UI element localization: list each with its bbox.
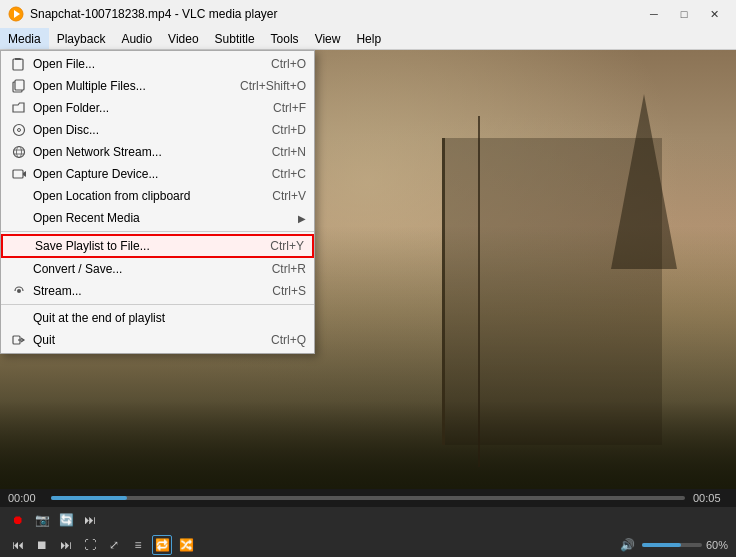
window-controls: ─ □ ✕	[640, 3, 728, 25]
close-button[interactable]: ✕	[700, 3, 728, 25]
open-disc-icon	[9, 123, 29, 137]
controls-row2: ⏮ ⏹ ⏭ ⛶ ⤢ ≡ 🔁 🔀 🔊 60%	[0, 533, 736, 557]
record-button[interactable]: ⏺	[8, 510, 28, 530]
loop-button[interactable]: 🔁	[152, 535, 172, 555]
svg-point-8	[17, 147, 22, 158]
volume-controls: 🔊 60%	[618, 535, 728, 555]
menu-item-save-playlist[interactable]: Save Playlist to File... Ctrl+Y	[1, 234, 314, 258]
svg-point-5	[14, 125, 25, 136]
menu-bar: Media Playback Audio Video Subtitle Tool…	[0, 28, 736, 50]
menu-item-open-file[interactable]: Open File... Ctrl+O	[1, 53, 314, 75]
open-file-icon	[9, 57, 29, 71]
quit-icon	[9, 333, 29, 347]
open-folder-shortcut: Ctrl+F	[273, 101, 306, 115]
stream-icon	[9, 284, 29, 298]
mute-button[interactable]: 🔊	[618, 535, 638, 555]
menu-view[interactable]: View	[307, 28, 349, 49]
open-file-shortcut: Ctrl+O	[271, 57, 306, 71]
separator-1	[1, 231, 314, 232]
progress-fill	[51, 496, 127, 500]
open-recent-arrow: ▶	[298, 213, 306, 224]
maximize-button[interactable]: □	[670, 3, 698, 25]
quit-playlist-label: Quit at the end of playlist	[33, 311, 286, 325]
media-dropdown-menu: Open File... Ctrl+O Open Multiple Files.…	[0, 50, 315, 354]
title-bar: Snapchat-100718238.mp4 - VLC media playe…	[0, 0, 736, 28]
progress-bar[interactable]	[51, 496, 685, 500]
menu-item-quit-playlist[interactable]: Quit at the end of playlist	[1, 307, 314, 329]
svg-point-6	[18, 129, 21, 132]
separator-2	[1, 304, 314, 305]
open-network-label: Open Network Stream...	[33, 145, 252, 159]
open-clipboard-label: Open Location from clipboard	[33, 189, 252, 203]
volume-label: 60%	[706, 539, 728, 551]
time-current: 00:00	[8, 492, 43, 504]
menu-item-open-disc[interactable]: Open Disc... Ctrl+D	[1, 119, 314, 141]
open-clipboard-shortcut: Ctrl+V	[272, 189, 306, 203]
convert-save-shortcut: Ctrl+R	[272, 262, 306, 276]
frame-advance-button[interactable]: ⏭	[80, 510, 100, 530]
menu-item-open-network[interactable]: Open Network Stream... Ctrl+N	[1, 141, 314, 163]
minimize-button[interactable]: ─	[640, 3, 668, 25]
open-folder-icon	[9, 101, 29, 115]
open-network-shortcut: Ctrl+N	[272, 145, 306, 159]
fullscreen-button[interactable]: ⛶	[80, 535, 100, 555]
open-capture-icon	[9, 167, 29, 181]
svg-rect-4	[15, 80, 24, 90]
prev-button[interactable]: ⏮	[8, 535, 28, 555]
volume-slider[interactable]	[642, 543, 702, 547]
save-playlist-shortcut: Ctrl+Y	[270, 239, 304, 253]
playback-controls: ⏮ ⏹ ⏭ ⛶ ⤢ ≡ 🔁 🔀	[8, 535, 196, 555]
next-button[interactable]: ⏭	[56, 535, 76, 555]
menu-media[interactable]: Media	[0, 28, 49, 49]
snapshot-button[interactable]: 📷	[32, 510, 52, 530]
svg-point-7	[14, 147, 25, 158]
pole-decoration	[478, 116, 480, 467]
menu-item-open-folder[interactable]: Open Folder... Ctrl+F	[1, 97, 314, 119]
open-recent-label: Open Recent Media	[33, 211, 278, 225]
open-capture-label: Open Capture Device...	[33, 167, 252, 181]
menu-audio[interactable]: Audio	[113, 28, 160, 49]
playlist-button[interactable]: ≡	[128, 535, 148, 555]
open-disc-label: Open Disc...	[33, 123, 252, 137]
random-button[interactable]: 🔀	[176, 535, 196, 555]
menu-item-open-recent[interactable]: Open Recent Media ▶	[1, 207, 314, 229]
menu-subtitle[interactable]: Subtitle	[207, 28, 263, 49]
menu-tools[interactable]: Tools	[263, 28, 307, 49]
svg-point-12	[17, 289, 21, 293]
menu-item-open-clipboard[interactable]: Open Location from clipboard Ctrl+V	[1, 185, 314, 207]
open-multiple-icon	[9, 79, 29, 93]
menu-item-stream[interactable]: Stream... Ctrl+S	[1, 280, 314, 302]
menu-video[interactable]: Video	[160, 28, 206, 49]
save-playlist-label: Save Playlist to File...	[35, 239, 250, 253]
main-area: Open File... Ctrl+O Open Multiple Files.…	[0, 50, 736, 489]
menu-item-convert-save[interactable]: Convert / Save... Ctrl+R	[1, 258, 314, 280]
svg-rect-11	[13, 170, 23, 178]
menu-item-quit[interactable]: Quit Ctrl+Q	[1, 329, 314, 351]
time-total: 00:05	[693, 492, 728, 504]
open-folder-label: Open Folder...	[33, 101, 253, 115]
menu-playback[interactable]: Playback	[49, 28, 114, 49]
open-file-label: Open File...	[33, 57, 251, 71]
loop-ab-button[interactable]: 🔄	[56, 510, 76, 530]
open-capture-shortcut: Ctrl+C	[272, 167, 306, 181]
open-multiple-label: Open Multiple Files...	[33, 79, 220, 93]
open-network-icon	[9, 145, 29, 159]
window-title: Snapchat-100718238.mp4 - VLC media playe…	[30, 7, 640, 21]
open-multiple-shortcut: Ctrl+Shift+O	[240, 79, 306, 93]
progress-area: 00:00 00:05	[0, 489, 736, 507]
stream-label: Stream...	[33, 284, 252, 298]
svg-rect-2	[13, 59, 23, 70]
quit-shortcut: Ctrl+Q	[271, 333, 306, 347]
stretch-button[interactable]: ⤢	[104, 535, 124, 555]
menu-item-open-capture[interactable]: Open Capture Device... Ctrl+C	[1, 163, 314, 185]
app-icon	[8, 6, 24, 22]
menu-help[interactable]: Help	[348, 28, 389, 49]
menu-item-open-multiple[interactable]: Open Multiple Files... Ctrl+Shift+O	[1, 75, 314, 97]
quit-label: Quit	[33, 333, 251, 347]
controls-row1: ⏺ 📷 🔄 ⏭	[0, 507, 736, 533]
convert-save-label: Convert / Save...	[33, 262, 252, 276]
volume-fill	[642, 543, 681, 547]
stream-shortcut: Ctrl+S	[272, 284, 306, 298]
stop-button[interactable]: ⏹	[32, 535, 52, 555]
open-disc-shortcut: Ctrl+D	[272, 123, 306, 137]
